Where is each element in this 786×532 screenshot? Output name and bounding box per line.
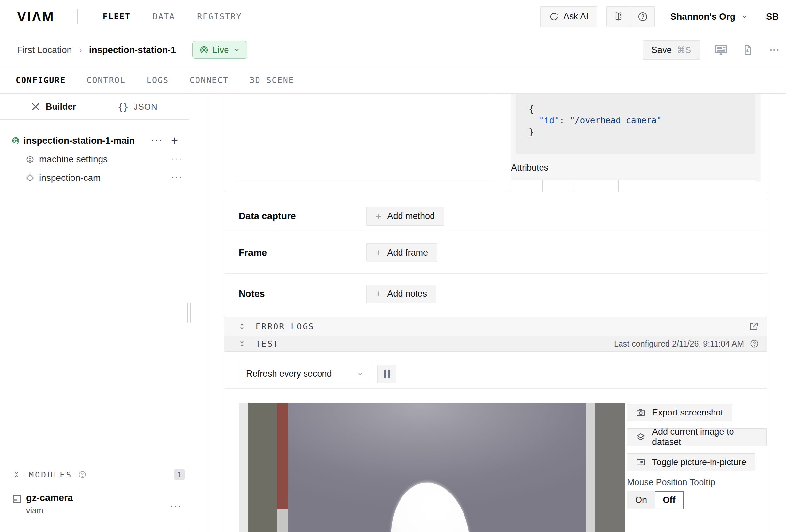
config-sidebar: Builder {} JSON inspection-station-1-mai… [0, 94, 189, 532]
section-title: Frame [239, 247, 267, 258]
plus-icon: + [376, 211, 382, 222]
add-component-button[interactable]: + [171, 134, 178, 147]
json-mode-button[interactable]: {} JSON [118, 94, 158, 120]
code-line: "id": "/overhead_camera" [529, 115, 755, 126]
error-logs-section-header[interactable]: ERROR LOGS [224, 317, 767, 336]
camera-feed-detail [277, 509, 287, 532]
notes-section: Notes + Add notes [224, 273, 767, 314]
book-icon [613, 11, 624, 22]
camera-feed-sphere [386, 479, 476, 532]
tree-item-menu[interactable]: ··· [151, 134, 163, 145]
add-notes-label: Add notes [388, 289, 427, 299]
component-tree: inspection-station-1-main ··· + machine … [0, 131, 189, 187]
tab-logs[interactable]: LOGS [146, 75, 169, 85]
machine-report-icon[interactable] [742, 44, 753, 55]
machine-status-dropdown[interactable]: Live [192, 41, 248, 59]
toggle-pip-button[interactable]: Toggle picture-in-picture [627, 453, 755, 471]
top-navigation-bar: VIΛM FLEET DATA REGISTRY Ask AI [0, 0, 786, 33]
add-to-dataset-label: Add current image to dataset [652, 427, 758, 447]
attributes-table[interactable] [510, 180, 755, 192]
tools-icon [31, 102, 41, 112]
user-avatar[interactable]: SB [766, 11, 779, 22]
breadcrumb-location[interactable]: First Location [17, 45, 72, 55]
module-icon [13, 494, 22, 504]
pause-refresh-button[interactable] [377, 365, 396, 383]
builder-json-toggle: Builder {} JSON [0, 94, 189, 120]
add-to-dataset-button[interactable]: Add current image to dataset [627, 428, 767, 446]
save-button[interactable]: Save ⌘S [643, 41, 700, 60]
tree-item-machine-part[interactable]: inspection-station-1-main ··· + [0, 131, 189, 150]
docs-help-group [606, 6, 655, 27]
tree-item-menu[interactable]: ··· [171, 153, 183, 164]
tree-item-machine-settings[interactable]: machine settings ··· [0, 150, 189, 168]
pause-icon [384, 370, 386, 378]
refresh-rate-select[interactable]: Refresh every second [239, 365, 371, 383]
nav-item-fleet[interactable]: FLEET [103, 12, 131, 21]
more-options-icon[interactable] [768, 44, 780, 56]
collapse-icon [238, 340, 246, 348]
tooltip-off-button[interactable]: Off [655, 491, 684, 509]
attributes-column [542, 180, 574, 192]
help-icon[interactable] [750, 339, 759, 348]
add-method-button[interactable]: + Add method [366, 207, 444, 226]
header-actions: Save ⌘S [643, 41, 780, 60]
builder-mode-button[interactable]: Builder [31, 94, 76, 120]
machine-header-row: First Location › inspection-station-1 Li… [0, 33, 786, 67]
gear-icon [26, 155, 34, 163]
nav-divider [77, 9, 78, 24]
add-notes-button[interactable]: + Add notes [366, 285, 436, 303]
tab-configure[interactable]: CONFIGURE [16, 75, 66, 85]
component-sections-card: Data capture + Add method Frame + Add fr… [224, 200, 767, 314]
sidebar-resize-handle[interactable] [187, 303, 192, 323]
error-logs-title: ERROR LOGS [256, 322, 315, 331]
code-line: { [529, 103, 755, 115]
tree-item-label: inspection-cam [39, 173, 100, 183]
expand-icon [238, 322, 246, 330]
help-button[interactable] [631, 6, 654, 27]
org-switcher[interactable]: Shannon's Org [670, 11, 748, 22]
picture-in-picture-icon [636, 457, 646, 467]
content-left-rule [208, 94, 208, 532]
attributes-column [511, 180, 542, 192]
test-panel: Refresh every second Export screenshot A… [224, 351, 767, 532]
camera-feed-detail [248, 403, 277, 532]
nav-item-registry[interactable]: REGISTRY [197, 12, 241, 21]
tooltip-on-button[interactable]: On [627, 491, 655, 509]
machine-tabs: CONFIGURE CONTROL LOGS CONNECT 3D SCENE [0, 67, 786, 94]
tab-3d-scene[interactable]: 3D SCENE [249, 75, 294, 85]
config-json-editor[interactable]: { "id": "/overhead_camera" } [516, 94, 755, 154]
viam-logo[interactable]: VIΛM [17, 9, 54, 24]
chevron-down-icon [357, 370, 364, 378]
org-name: Shannon's Org [670, 11, 736, 22]
ask-ai-button[interactable]: Ask AI [540, 6, 597, 27]
camera-feed-detail [239, 403, 248, 532]
export-screenshot-button[interactable]: Export screenshot [627, 404, 732, 421]
builder-label: Builder [46, 102, 76, 112]
documentation-button[interactable] [607, 6, 631, 27]
modules-header[interactable]: MODULES 1 [0, 464, 189, 485]
module-name: gz-camera [26, 492, 189, 503]
module-menu[interactable]: ··· [170, 500, 182, 511]
help-icon [638, 11, 648, 22]
attributes-column [618, 180, 755, 192]
tab-control[interactable]: CONTROL [87, 75, 125, 85]
test-divider [224, 388, 767, 389]
breadcrumb-machine-name: inspection-station-1 [89, 45, 176, 55]
open-external-icon[interactable] [749, 322, 759, 331]
broadcast-icon [200, 46, 208, 54]
pause-icon [388, 370, 390, 378]
refresh-rate-value: Refresh every second [246, 369, 332, 379]
test-section-header[interactable]: TEST Last configured 2/11/26, 9:11:04 AM [224, 336, 767, 351]
machine-page-icon[interactable] [715, 44, 727, 56]
help-icon[interactable] [78, 470, 87, 479]
tree-item-inspection-cam[interactable]: inspection-cam ··· [0, 168, 189, 187]
tree-item-menu[interactable]: ··· [171, 171, 183, 182]
tab-connect[interactable]: CONNECT [190, 75, 229, 85]
nav-item-data[interactable]: DATA [153, 12, 175, 21]
module-item-gz-camera[interactable]: gz-camera viam ··· [0, 492, 189, 515]
add-frame-button[interactable]: + Add frame [366, 244, 437, 262]
diamond-icon [26, 174, 34, 182]
test-title: TEST [256, 339, 279, 349]
camera-live-feed[interactable] [239, 403, 625, 532]
camera-feed-detail [277, 403, 287, 509]
